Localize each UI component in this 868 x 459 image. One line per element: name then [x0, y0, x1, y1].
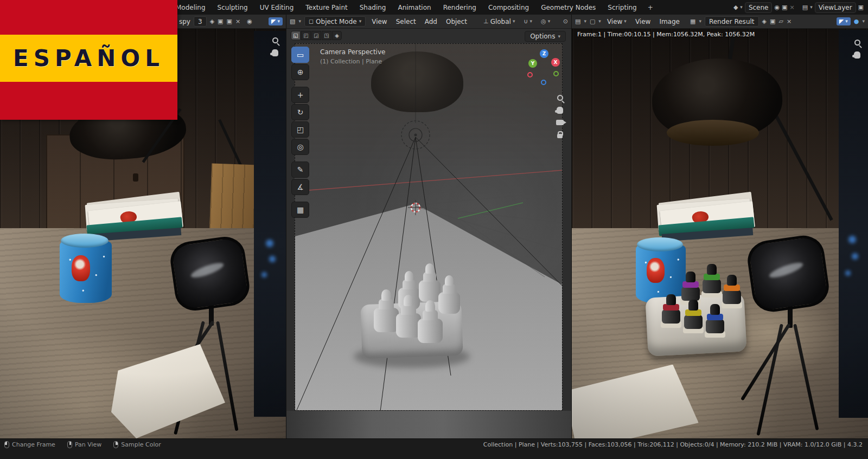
- camera-view-icon[interactable]: [556, 120, 564, 125]
- menu-object[interactable]: Object: [443, 17, 470, 27]
- add-cube-tool[interactable]: ▦: [291, 202, 309, 218]
- pin-scene-icon[interactable]: ◉: [774, 4, 780, 10]
- menu-view[interactable]: View: [633, 17, 653, 27]
- display-mode-icon[interactable]: ▢: [590, 18, 595, 24]
- gizmo-neg-z-axis[interactable]: [541, 80, 546, 85]
- editor-type-caret[interactable]: ▾: [584, 19, 586, 24]
- orientation-caret: ▾: [513, 19, 515, 24]
- arrow-tool-icon: ◤: [839, 18, 844, 24]
- orientation-label: Global: [490, 18, 511, 25]
- zoom-icon[interactable]: [272, 37, 278, 43]
- gizmo-z-axis[interactable]: Z: [540, 49, 548, 58]
- frame-value-field[interactable]: 3: [194, 16, 207, 27]
- gizmo-neg-x-axis[interactable]: [527, 72, 533, 77]
- pin-icon[interactable]: ◉: [247, 18, 252, 24]
- editor-type-caret[interactable]: ▾: [298, 19, 301, 24]
- scene-selector[interactable]: Scene: [745, 2, 773, 13]
- menu-view[interactable]: View: [369, 17, 390, 27]
- editor-type-icon[interactable]: ▤: [575, 18, 580, 24]
- ink-bottle-blue: [704, 303, 726, 338]
- pan-hand-icon[interactable]: [272, 49, 278, 56]
- scene-dropdown-caret[interactable]: ▾: [740, 5, 743, 10]
- bokeh-light: [848, 236, 856, 243]
- measure-tool[interactable]: ∡: [291, 179, 309, 195]
- unlink-scene-icon[interactable]: ×: [790, 4, 795, 10]
- tab-sculpting[interactable]: Sculpting: [212, 2, 253, 14]
- tab-texture-paint[interactable]: Texture Paint: [300, 2, 353, 14]
- tab-shading[interactable]: Shading: [354, 2, 392, 14]
- sample-droplet-icon[interactable]: ●: [854, 18, 859, 24]
- zoom-icon[interactable]: [557, 95, 563, 101]
- bottle-object[interactable]: [418, 300, 443, 343]
- gizmo-x-axis[interactable]: X: [551, 58, 560, 67]
- add-workspace-button[interactable]: +: [643, 3, 658, 12]
- image-browse-caret[interactable]: ▾: [699, 19, 701, 24]
- reflector-head: [168, 234, 252, 313]
- select-mode-invert[interactable]: ◳: [322, 31, 331, 40]
- tab-compositing[interactable]: Compositing: [483, 2, 534, 14]
- active-tool-button[interactable]: ◤ ▾: [837, 17, 851, 25]
- image-datablock[interactable]: Render Result: [705, 16, 759, 27]
- viewlayer-icon[interactable]: ▤: [802, 4, 808, 10]
- gizmo-y-axis[interactable]: Y: [528, 59, 537, 68]
- select-mode-intersect[interactable]: ◈: [332, 31, 342, 40]
- pan-hand-icon[interactable]: [854, 51, 860, 59]
- navigation-gizmo[interactable]: Z Y X: [526, 49, 562, 87]
- lock-view-icon[interactable]: [557, 134, 563, 138]
- viewlayer-selector[interactable]: ViewLayer: [815, 2, 856, 13]
- paste-icon[interactable]: ▣: [227, 18, 232, 24]
- close-icon[interactable]: ×: [787, 18, 792, 24]
- shield-icon[interactable]: ◈: [210, 18, 214, 24]
- overlays-icon[interactable]: ⊙: [563, 18, 568, 24]
- folder-icon[interactable]: ▱: [778, 18, 783, 24]
- display-mode-caret[interactable]: ▾: [598, 19, 601, 24]
- transform-tool[interactable]: ◎: [291, 139, 309, 155]
- select-mode-new[interactable]: ◱: [291, 31, 301, 40]
- select-box-tool[interactable]: ▭: [291, 47, 309, 63]
- scale-tool[interactable]: ◰: [291, 121, 309, 138]
- mode-dropdown[interactable]: ◻ Object Mode ▾: [304, 16, 366, 27]
- select-mode-extend[interactable]: ◰: [301, 31, 311, 40]
- menu-add[interactable]: Add: [422, 17, 440, 27]
- orientation-dropdown[interactable]: ⊥ Global ▾: [481, 17, 518, 27]
- menu-image[interactable]: Image: [656, 17, 682, 27]
- view-dropdown[interactable]: View ▾: [604, 17, 629, 27]
- viewlayer-dropdown-caret[interactable]: ▾: [810, 5, 813, 10]
- header-caret[interactable]: ▾: [862, 19, 865, 24]
- scene-icon[interactable]: ◆: [733, 4, 738, 10]
- proportional-caret: ▾: [548, 19, 551, 24]
- right-image-editor: ▤ ▾ ▢ ▾ View ▾ View Image ▦ ▾ Render Res…: [572, 15, 868, 438]
- menu-select[interactable]: Select: [393, 17, 419, 27]
- active-tool-button[interactable]: ◤ ▾: [269, 17, 283, 25]
- mode-label: Object Mode: [316, 18, 357, 25]
- select-mode-subtract[interactable]: ◲: [311, 31, 321, 40]
- render-result-image[interactable]: Frame:1 | Time:00:10.15 | Mem:1056.32M, …: [572, 29, 868, 438]
- close-icon[interactable]: ×: [235, 18, 240, 24]
- tab-scripting[interactable]: Scripting: [602, 2, 642, 14]
- viewport-canvas[interactable]: ◱ ◰ ◲ ◳ ◈ Options ▾ Camera Perspective (…: [286, 29, 571, 438]
- image-browse-icon[interactable]: ▦: [690, 18, 695, 24]
- shield-icon[interactable]: ◈: [762, 18, 767, 24]
- cursor-tool[interactable]: ⊕: [291, 64, 309, 80]
- pan-hand-icon[interactable]: [557, 107, 563, 114]
- tool-caret-icon: ▾: [845, 19, 848, 24]
- tab-animation[interactable]: Animation: [392, 2, 436, 14]
- rotate-tool[interactable]: ↻: [291, 104, 309, 120]
- copy-viewlayer-icon[interactable]: ▣: [858, 4, 864, 10]
- tab-geometry-nodes[interactable]: Geometry Nodes: [535, 2, 601, 14]
- tab-uv-editing[interactable]: UV Editing: [254, 2, 299, 14]
- snapping-button[interactable]: ∪ ▾: [521, 17, 535, 25]
- move-tool[interactable]: +: [291, 87, 309, 103]
- annotate-tool[interactable]: ✎: [291, 161, 309, 178]
- zoom-icon[interactable]: [854, 40, 860, 46]
- proportional-edit-button[interactable]: ◎ ▾: [538, 17, 553, 25]
- editor-type-icon[interactable]: ▧: [290, 18, 295, 24]
- gizmo-neg-y-axis[interactable]: [553, 71, 559, 76]
- bottle-object[interactable]: [374, 289, 399, 332]
- copy-icon[interactable]: ▣: [218, 18, 223, 24]
- options-dropdown[interactable]: Options ▾: [525, 31, 566, 42]
- copy-icon[interactable]: ▣: [770, 18, 775, 24]
- tab-rendering[interactable]: Rendering: [438, 2, 482, 14]
- copy-scene-icon[interactable]: ▣: [782, 4, 787, 10]
- bottle-object[interactable]: [419, 263, 441, 302]
